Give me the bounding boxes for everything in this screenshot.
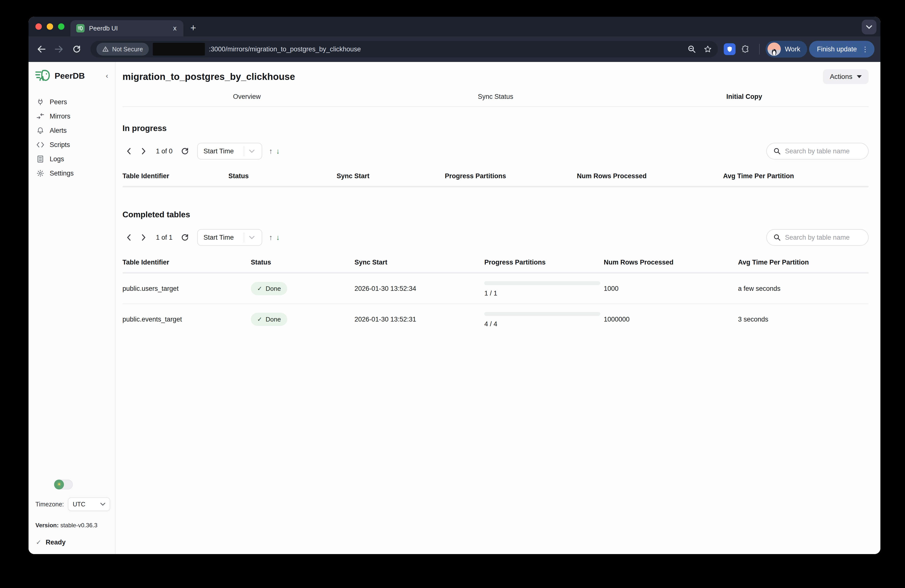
table-row: public.users_target ✓ Done 2026-01-30 13…	[122, 274, 868, 304]
address-bar[interactable]: Not Secure :3000/mirrors/migration_to_po…	[90, 41, 718, 57]
progress-bar	[484, 281, 600, 285]
code-icon	[37, 141, 44, 149]
finish-update-label: Finish update	[817, 46, 857, 53]
table-identifier: public.events_target	[122, 315, 251, 323]
browser-toolbar: Not Secure :3000/mirrors/migration_to_po…	[29, 36, 880, 62]
prev-page-icon[interactable]	[122, 145, 135, 158]
sidebar-item-scripts[interactable]: Scripts	[29, 138, 115, 151]
tab-overflow-button[interactable]	[862, 20, 876, 35]
maximize-window-button[interactable]	[58, 23, 64, 30]
mirror-arrows-icon	[37, 113, 44, 120]
completed-header-row: Table Identifier Status Sync Start Progr…	[122, 258, 868, 272]
progress-bar	[484, 312, 600, 316]
not-secure-chip[interactable]: Not Secure	[97, 43, 149, 55]
next-page-icon[interactable]	[137, 231, 150, 244]
page-count: 1 of 1	[156, 234, 173, 241]
browser-tab-strip: Peerdb UI x +	[29, 17, 880, 36]
theme-toggle[interactable]: ☀	[54, 480, 73, 490]
minimize-window-button[interactable]	[47, 23, 53, 30]
logs-icon	[37, 155, 44, 163]
bell-icon	[37, 127, 44, 135]
avg-time-per-partition: a few seconds	[738, 285, 868, 293]
sidebar: PeerDB ‹ Peers Mirrors	[29, 62, 116, 554]
browser-tab[interactable]: Peerdb UI x	[70, 20, 183, 36]
sort-ascending-icon[interactable]: ↑	[269, 147, 273, 155]
progress-partitions: 1 / 1	[484, 280, 603, 297]
search-icon	[774, 234, 781, 241]
check-icon: ✓	[257, 285, 262, 292]
mirror-tabs: Overview Sync Status Initial Copy	[122, 89, 868, 107]
status-badge: ✓ Done	[251, 313, 287, 326]
in-progress-search-input[interactable]: Search by table name	[766, 143, 868, 160]
profile-label: Work	[785, 46, 800, 53]
sidebar-item-peers[interactable]: Peers	[29, 95, 115, 109]
timezone-select[interactable]: UTC	[68, 497, 110, 511]
prev-page-icon[interactable]	[122, 231, 135, 244]
main-content: migration_to_postgres_by_clickhouse Acti…	[116, 62, 880, 554]
not-secure-label: Not Secure	[112, 46, 143, 53]
num-rows-processed: 1000	[604, 285, 738, 293]
close-window-button[interactable]	[35, 23, 42, 30]
reload-icon[interactable]	[69, 41, 84, 57]
caret-down-icon	[857, 75, 862, 78]
extensions-puzzle-icon[interactable]	[738, 41, 753, 57]
sort-descending-icon[interactable]: ↓	[276, 147, 280, 155]
peerdb-app: PeerDB ‹ Peers Mirrors	[29, 62, 880, 554]
check-icon: ✓	[36, 539, 41, 546]
chevron-down-icon	[244, 149, 259, 153]
tab-sync-status[interactable]: Sync Status	[371, 89, 620, 106]
window-controls	[29, 17, 70, 36]
sidebar-nav: Peers Mirrors Alerts	[29, 95, 115, 180]
num-rows-processed: 1000000	[604, 315, 738, 323]
new-tab-button[interactable]: +	[191, 22, 196, 33]
page-title: migration_to_postgres_by_clickhouse	[122, 71, 823, 82]
version-value: stable-v0.36.3	[60, 522, 97, 528]
next-page-icon[interactable]	[137, 145, 150, 158]
sort-ascending-icon[interactable]: ↑	[269, 233, 273, 242]
actions-button[interactable]: Actions	[823, 69, 868, 84]
actions-label: Actions	[830, 73, 853, 81]
search-placeholder: Search by table name	[785, 234, 849, 241]
sort-field-select[interactable]: Start Time	[197, 229, 262, 246]
version-info: Version: stable-v0.36.3	[29, 511, 115, 529]
table-row: public.events_target ✓ Done 2026-01-30 1…	[122, 304, 868, 334]
sort-field-value: Start Time	[204, 234, 234, 241]
zoom-out-icon[interactable]	[688, 45, 696, 53]
refresh-icon[interactable]	[179, 145, 191, 158]
bookmark-star-icon[interactable]	[703, 45, 712, 53]
forward-icon[interactable]	[51, 41, 67, 57]
refresh-icon[interactable]	[179, 231, 191, 244]
sidebar-item-label: Scripts	[50, 141, 70, 149]
finish-update-button[interactable]: Finish update ⋮	[809, 41, 875, 57]
sort-descending-icon[interactable]: ↓	[276, 233, 280, 242]
sidebar-item-label: Peers	[50, 98, 67, 106]
close-tab-icon[interactable]: x	[171, 23, 179, 33]
tab-title: Peerdb UI	[89, 25, 167, 32]
table-identifier: public.users_target	[122, 285, 251, 293]
browser-window: Peerdb UI x + Not Secure	[29, 17, 880, 554]
completed-search-input[interactable]: Search by table name	[766, 229, 868, 246]
in-progress-heading: In progress	[122, 124, 868, 133]
sync-start: 2026-01-30 13:52:34	[355, 285, 484, 293]
completed-heading: Completed tables	[122, 210, 868, 219]
chevron-down-icon	[244, 236, 259, 239]
browser-menu-kebab-icon[interactable]: ⋮	[862, 45, 868, 53]
timezone-value: UTC	[73, 501, 85, 508]
tab-overview[interactable]: Overview	[122, 89, 371, 106]
back-icon[interactable]	[33, 41, 49, 57]
password-manager-shield-icon[interactable]	[724, 43, 735, 55]
warning-icon	[102, 46, 109, 52]
profile-button[interactable]: Work	[765, 41, 807, 57]
plug-icon	[37, 98, 44, 106]
timezone-label: Timezone:	[35, 501, 64, 508]
sidebar-item-mirrors[interactable]: Mirrors	[29, 109, 115, 123]
light-mode-sun-icon: ☀	[54, 480, 64, 490]
sidebar-item-logs[interactable]: Logs	[29, 152, 115, 166]
sidebar-collapse-button[interactable]: ‹	[106, 71, 108, 80]
sidebar-item-settings[interactable]: Settings	[29, 166, 115, 180]
sort-field-select[interactable]: Start Time	[197, 143, 262, 160]
sidebar-item-alerts[interactable]: Alerts	[29, 124, 115, 137]
tab-initial-copy[interactable]: Initial Copy	[620, 89, 868, 106]
status-indicator: ✓ Ready	[29, 529, 115, 547]
gear-icon	[37, 170, 44, 177]
